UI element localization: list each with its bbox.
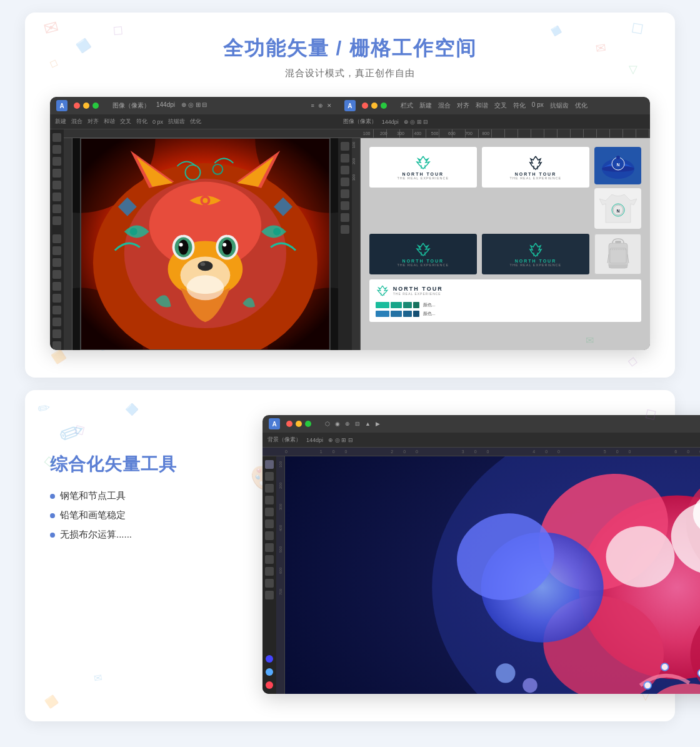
menu-align-r[interactable]: 对齐 [457, 101, 469, 110]
tool-s2-10[interactable] [265, 579, 274, 588]
design-canvas: 100 200 300 400 500 600 700 800 [338, 129, 650, 350]
tool-s2-11[interactable] [265, 591, 274, 599]
close-dot-s2[interactable] [286, 421, 292, 427]
feature-list: 钢笔和节点工具 铅笔和画笔稳定 无损布尔运算...... [50, 490, 238, 541]
feature-item-2: 铅笔和画笔稳定 [50, 509, 238, 521]
tool-r3[interactable] [341, 166, 349, 174]
logo-row2: NORTH TOUR THE REAL EXPERIENCE [369, 234, 641, 274]
feature-item-3: 无损布尔运算...... [50, 529, 238, 541]
tool-s2-9[interactable] [265, 567, 274, 576]
tool-s2-1[interactable] [265, 472, 274, 481]
minimize-dot[interactable] [83, 103, 89, 109]
tool-shape[interactable] [52, 181, 61, 189]
tool-r4[interactable] [341, 178, 349, 186]
minimize-dot-r[interactable] [371, 103, 378, 109]
menu-opt-r[interactable]: 优化 [575, 101, 588, 110]
canvas-body-right: 100 200 300 [338, 138, 650, 350]
s2-dpi: 144dpi [306, 437, 323, 443]
tool-extra3[interactable] [52, 258, 61, 267]
maximize-dot-r[interactable] [381, 103, 387, 109]
app-window-left: A 图像（像素） 144dpi ⊕ ◎ ⊞ ⊟ ≡⊕✕ 新建 混合 [50, 97, 338, 350]
toolbar-sym: 符化 [136, 118, 148, 126]
swatch-label2: 颜色... [423, 311, 436, 317]
tool-r7[interactable] [341, 213, 349, 222]
logo-card-dark1: NORTH TOUR THE REAL EXPERIENCE [369, 234, 477, 274]
close-dot-r[interactable] [362, 103, 368, 109]
swatch-blue2 [391, 311, 402, 317]
swatch-row1: 颜色... [376, 302, 635, 308]
tool-s2-4[interactable] [265, 508, 274, 516]
section1: ✉ 🔷 ◻ ◇ ◻ ✉ 🔷 ▽ 🔶 ◻ ◇ ✉ 全功能矢量 / 栅格工作空间 混… [25, 13, 675, 378]
menu-new[interactable]: 新建 [419, 101, 432, 110]
tool-s2-2[interactable] [265, 484, 274, 493]
toolbar-mode-right: 图像（像素） [343, 118, 377, 126]
tool-extra4[interactable] [52, 270, 61, 279]
tool-brush[interactable] [52, 169, 61, 178]
tool-pointer[interactable] [52, 133, 61, 142]
color-dot-blue[interactable] [266, 655, 273, 663]
design-area: NORTH TOUR THE REAL EXPERIENCE [361, 138, 650, 350]
menu-harmony-r[interactable]: 和谐 [476, 101, 488, 110]
menu-mix-r[interactable]: 混合 [438, 101, 451, 110]
menu-image[interactable]: 图像（像素） [112, 101, 150, 110]
logo-row1: NORTH TOUR THE REAL EXPERIENCE [369, 147, 641, 229]
affinity-icon-right: A [344, 100, 356, 111]
tool-fill[interactable] [52, 204, 61, 213]
tool-r6[interactable] [341, 201, 349, 210]
tool-r2[interactable] [341, 154, 349, 163]
ruler-h-s2: 0 100 200 300 400 500 600 700 800 900 10… [262, 448, 700, 456]
svg-point-32 [202, 198, 208, 203]
tool-extra2[interactable] [52, 246, 61, 255]
tool-s2-7[interactable] [265, 543, 274, 552]
color-dot-red[interactable] [266, 681, 273, 689]
menu-cross-r[interactable]: 交叉 [494, 101, 507, 110]
tool-extra5[interactable] [52, 282, 61, 291]
tool-s2-5[interactable] [265, 519, 274, 528]
menu-anti-r[interactable]: 抗锯齿 [550, 101, 569, 110]
maximize-dot-s2[interactable] [305, 421, 311, 427]
deco-s2-6: ✉ [93, 671, 103, 684]
toolbar-0px: 0 px [152, 119, 163, 125]
tool-extra10[interactable] [52, 341, 61, 350]
menu-sym-r[interactable]: 符化 [513, 101, 526, 110]
tool-extra9[interactable] [52, 329, 61, 338]
logo-horizontal: NORTH TOUR THE REAL EXPERIENCE [376, 284, 635, 297]
tool-s2-pointer[interactable] [265, 460, 274, 469]
tool-pen[interactable] [52, 157, 61, 166]
tool-s2-6[interactable] [265, 531, 274, 540]
swatch-teal3 [403, 302, 412, 308]
titlebar-menu-left: 图像（像素） 144dpi ⊕ ◎ ⊞ ⊟ [112, 101, 207, 110]
svg-point-27 [273, 228, 281, 236]
north-tour-icon-dark1 [414, 242, 432, 257]
tool-extra6[interactable] [52, 294, 61, 303]
app-window-right: A 栏式 新建 混合 对齐 和谐 交叉 符化 0 px 抗锯齿 优化 [338, 97, 650, 350]
color-dot-lightblue[interactable] [266, 668, 273, 676]
canvas-area-s2: 100 200 300 400 500 600 700 [262, 456, 700, 694]
tool-r8[interactable] [341, 225, 349, 234]
affinity-icon-s2: A [269, 418, 280, 429]
toolbar-left: 新建 混合 对齐 和谐 交叉 符化 0 px 抗锯齿 优化 [50, 114, 338, 129]
tool-node[interactable] [52, 145, 61, 154]
tool-extra7[interactable] [52, 306, 61, 314]
svg-point-30 [186, 275, 224, 300]
menu-column[interactable]: 栏式 [401, 101, 413, 110]
minimize-dot-s2[interactable] [296, 421, 302, 427]
tool-r5[interactable] [341, 189, 349, 198]
s2-bg-label: 背景（像素） [268, 436, 301, 444]
menu-144dpi[interactable]: 144dpi [156, 101, 175, 110]
maximize-dot[interactable] [92, 103, 99, 109]
tool-s2-8[interactable] [265, 555, 274, 564]
tool-zoom[interactable] [52, 216, 61, 225]
titlebar-right: A 栏式 新建 混合 对齐 和谐 交叉 符化 0 px 抗锯齿 优化 [338, 97, 650, 114]
section2-right: A ⬡◉⊕⊟ ▲▶ 背景（像素） 144dpi ⊕ ◎ ⊞ ⊟ 0 10 [262, 415, 700, 694]
tool-extra8[interactable] [52, 318, 61, 326]
section2-left: ✏ 🎨 综合化矢量工具 钢笔和节点工具 铅笔和画笔稳定 无损布尔运算...... [50, 415, 238, 541]
tool-text[interactable] [52, 193, 61, 201]
close-dot[interactable] [74, 103, 80, 109]
tool-extra1[interactable] [52, 234, 61, 243]
tool-s2-3[interactable] [265, 496, 274, 504]
abstract-art-container [285, 456, 700, 694]
svg-point-17 [200, 262, 205, 266]
north-tour-icon-dark2 [527, 242, 544, 257]
tool-r1[interactable] [341, 142, 349, 151]
